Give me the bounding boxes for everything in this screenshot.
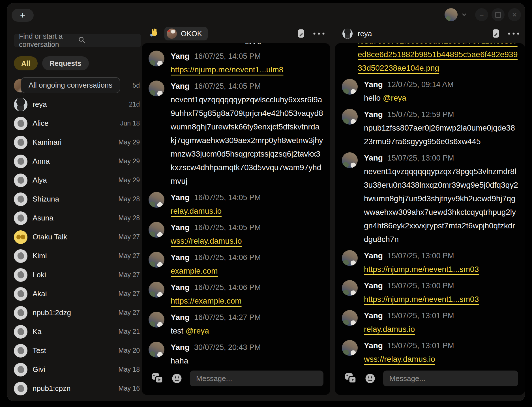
yang-avatar[interactable]: [149, 81, 164, 96]
otaku-avatar[interactable]: [14, 230, 27, 244]
app-window: + – × Find or start a conversation All R…: [7, 3, 525, 401]
conversation-date: May 18: [119, 366, 140, 373]
conversation-row[interactable]: TestMay 20: [14, 341, 141, 360]
yang-avatar[interactable]: [342, 109, 358, 125]
message-link[interactable]: wss://relay.damus.io: [364, 355, 435, 363]
yang-avatar[interactable]: [342, 280, 358, 296]
reya-avatar[interactable]: [342, 29, 353, 39]
mention-link[interactable]: @reya: [383, 94, 406, 102]
conversation-name: Otaku Talk: [33, 233, 113, 241]
conversation-row[interactable]: npub1:2dzgMay 27: [14, 303, 141, 322]
more-options-icon[interactable]: [506, 31, 521, 36]
okok-avatar[interactable]: [167, 29, 177, 39]
chat-title-chip[interactable]: OKOK: [164, 27, 208, 40]
yang-avatar[interactable]: [149, 312, 164, 328]
yang-avatar[interactable]: [149, 51, 164, 66]
message-link[interactable]: https://njump.me/nevent1...sm03: [364, 295, 479, 304]
message-content: Yang15/07/25, 13:00 PMhttps://njump.me/n…: [364, 279, 518, 306]
close-button[interactable]: ×: [508, 8, 521, 21]
conversation-row[interactable]: GiviMay 18: [14, 360, 141, 379]
message-link[interactable]: f8dd769e762fe83595d6f13586/7e7119fc6b07e…: [358, 43, 518, 72]
conversation-date: May 27: [119, 309, 140, 317]
message-link[interactable]: wss://relay.damus.io: [171, 237, 242, 245]
conversation-row[interactable]: LokiMay 27: [14, 265, 141, 284]
mention-link[interactable]: @reya: [186, 326, 209, 335]
yang-avatar[interactable]: [149, 192, 164, 208]
message-timestamp: 15/07/25, 13:00 PM: [387, 252, 454, 260]
yang-avatar[interactable]: [342, 250, 358, 266]
new-conversation-button[interactable]: +: [12, 9, 34, 22]
tab-requests[interactable]: Requests: [42, 56, 89, 70]
message-link[interactable]: https://njump.me/nevent1...sm03: [364, 265, 479, 274]
yang-avatar[interactable]: [342, 310, 358, 326]
default-avatar[interactable]: [14, 306, 27, 320]
message-link[interactable]: https://njump.me/nevent1...ulm8: [171, 65, 283, 74]
compose-note-icon[interactable]: [490, 28, 501, 40]
default-avatar[interactable]: [14, 325, 27, 339]
conversation-row[interactable]: KaMay 21: [14, 322, 141, 341]
default-avatar[interactable]: [14, 192, 27, 206]
compose-note-icon[interactable]: [296, 28, 306, 40]
tab-all[interactable]: All: [14, 56, 38, 70]
conversation-row[interactable]: KimiMay 27: [14, 246, 141, 265]
conversation-row[interactable]: AnnaMay 29: [14, 152, 141, 171]
default-avatar[interactable]: [14, 211, 27, 225]
default-avatar[interactable]: [14, 382, 27, 395]
maximize-button[interactable]: [492, 8, 505, 21]
minimize-button[interactable]: –: [475, 8, 488, 21]
yang-avatar[interactable]: [342, 152, 358, 168]
media-picker-button[interactable]: [151, 373, 164, 384]
message-list: f8dd769e762fe83595d6f13586/7e7119fc6b07e…: [335, 43, 525, 366]
yang-avatar[interactable]: [342, 79, 358, 95]
default-avatar[interactable]: [14, 287, 27, 301]
conversation-date: 5d: [132, 82, 140, 89]
message-link[interactable]: example.com: [171, 267, 218, 275]
message-timestamp: 15/07/25, 13:00 PM: [387, 282, 454, 290]
message-body: gyyg: [245, 43, 323, 47]
message-link[interactable]: relay.damus.io: [171, 207, 222, 215]
conversation-row[interactable]: AsunaMay 28: [14, 209, 141, 228]
emoji-button[interactable]: [171, 373, 183, 384]
conversation-name: Test: [33, 346, 113, 355]
message-link[interactable]: relay.damus.io: [364, 325, 415, 334]
search-input[interactable]: Find or start a conversation: [14, 34, 141, 47]
default-avatar[interactable]: [14, 174, 27, 187]
account-avatar[interactable]: [445, 8, 458, 21]
message: Yang16/07/25, 14:06 PMexample.com: [142, 251, 330, 278]
message-timestamp: 15/07/25, 13:01 PM: [387, 311, 454, 320]
emoji-button[interactable]: [364, 373, 376, 384]
message-link[interactable]: https://example.com: [171, 296, 242, 305]
yang-avatar[interactable]: [149, 282, 164, 298]
message-timestamp: 16/07/25, 14:05 PM: [194, 82, 261, 90]
yang-avatar[interactable]: [342, 340, 358, 356]
conversation-row[interactable]: Otaku TalkMay 27: [14, 228, 141, 246]
message-input[interactable]: [190, 371, 323, 386]
message-text: npub1zfss807aer0j26mwp2la0ume0jqde3823rm…: [364, 124, 515, 146]
media-picker-button[interactable]: [345, 373, 357, 384]
conversation-row[interactable]: npub1:cpznMay 16: [14, 379, 141, 398]
yang-avatar[interactable]: [149, 252, 164, 268]
message-content: Yang16/07/25, 14:05 PMhttps://njump.me/n…: [171, 49, 323, 77]
chevron-down-icon[interactable]: [461, 12, 467, 18]
conversation-row[interactable]: ShizunaMay 28: [14, 190, 141, 209]
default-avatar[interactable]: [14, 117, 27, 130]
more-options-icon[interactable]: [312, 31, 326, 36]
avatar-blob: [17, 120, 24, 127]
message-timestamp: 16/07/25, 14:05 PM: [194, 193, 261, 202]
default-avatar[interactable]: [14, 268, 27, 282]
conversation-row[interactable]: KaminariMay 29: [14, 133, 141, 152]
search-icon: [78, 36, 137, 45]
default-avatar[interactable]: [14, 344, 27, 358]
yang-avatar[interactable]: [149, 222, 164, 238]
default-avatar[interactable]: [14, 363, 27, 376]
yang-avatar[interactable]: [149, 342, 164, 358]
conversation-row[interactable]: AliceJun 18: [14, 114, 141, 133]
message-input[interactable]: [383, 371, 518, 386]
conversation-row[interactable]: reya21d: [14, 95, 141, 114]
default-avatar[interactable]: [14, 155, 27, 168]
reya-avatar[interactable]: [14, 98, 27, 111]
conversation-row[interactable]: AlyaMay 29: [14, 171, 141, 190]
default-avatar[interactable]: [14, 136, 27, 149]
default-avatar[interactable]: [14, 249, 27, 263]
conversation-row[interactable]: AkaiMay 27: [14, 284, 141, 303]
